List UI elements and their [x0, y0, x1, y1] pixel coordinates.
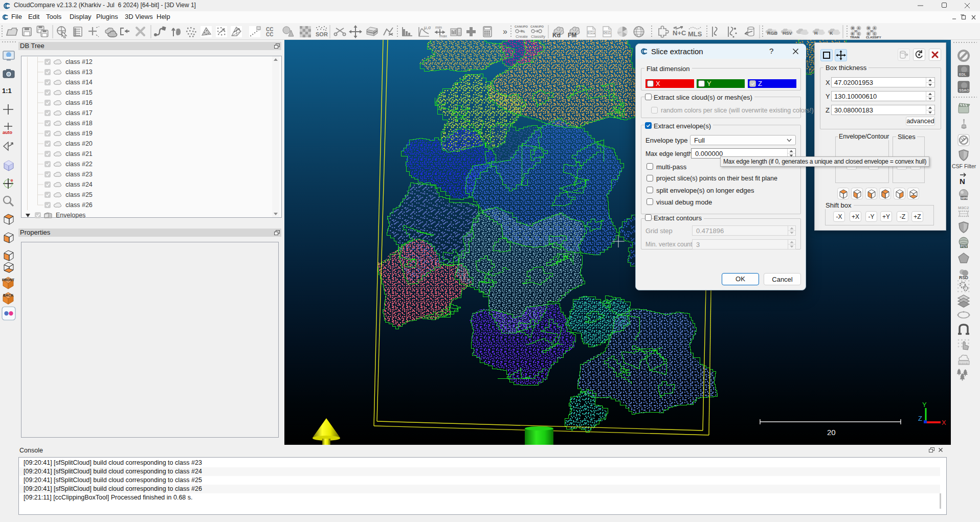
svg-text:CANUPO: CANUPO: [515, 25, 528, 28]
svg-text:B: B: [867, 32, 870, 35]
svg-text:N: N: [960, 177, 965, 186]
svg-text:BACK: BACK: [3, 293, 13, 297]
svg-text:SSAO: SSAO: [959, 88, 969, 92]
svg-text:»: »: [503, 27, 507, 36]
svg-text:3D: 3D: [870, 30, 874, 33]
svg-text:CANUPO: CANUPO: [530, 25, 544, 28]
svg-text:MLS: MLS: [688, 30, 702, 38]
svg-text:A: A: [858, 27, 860, 30]
svg-text:K: K: [830, 31, 833, 36]
svg-text:Kd: Kd: [552, 32, 561, 39]
svg-text:TRAIN: TRAIN: [850, 36, 859, 39]
svg-text:Create: Create: [516, 34, 528, 39]
svg-text:%: %: [522, 30, 525, 33]
svg-text:μ,σ: μ,σ: [424, 25, 431, 30]
svg-text:M3C2: M3C2: [958, 206, 969, 210]
svg-text:CLASSIFY: CLASSIFY: [866, 36, 881, 39]
svg-text:Z: Z: [918, 415, 922, 422]
svg-text:Y: Y: [922, 401, 927, 408]
svg-text:FM: FM: [568, 32, 576, 39]
svg-text:B: B: [852, 32, 854, 35]
svg-text:PCV: PCV: [961, 244, 968, 248]
svg-text:min: min: [435, 25, 442, 30]
svg-text:RGB: RGB: [767, 31, 778, 36]
svg-text:HPR: HPR: [961, 196, 968, 200]
svg-text:H: H: [814, 31, 818, 36]
svg-text:CC: CC: [266, 32, 273, 37]
svg-text:20: 20: [827, 428, 836, 437]
svg-text:3D: 3D: [854, 30, 858, 33]
svg-text:M: M: [852, 27, 854, 30]
svg-text:max: max: [439, 34, 447, 38]
svg-text:1:1: 1:1: [2, 87, 12, 95]
svg-text:CSV: CSV: [604, 31, 611, 34]
svg-text:A: A: [874, 27, 876, 30]
svg-text:C: C: [858, 32, 860, 35]
svg-text:RSD: RSD: [959, 275, 968, 280]
svg-text:auto: auto: [3, 130, 13, 135]
svg-text:C: C: [874, 32, 876, 35]
svg-text:Classify: Classify: [531, 34, 545, 39]
svg-text:EDL: EDL: [959, 73, 967, 76]
svg-text:HSV: HSV: [783, 31, 792, 36]
svg-text:CSF Filter: CSF Filter: [952, 163, 976, 169]
svg-text:FRONT: FRONT: [2, 278, 15, 282]
svg-text:SHP: SHP: [588, 31, 595, 34]
svg-text:X: X: [942, 419, 946, 426]
svg-text:SOR: SOR: [316, 31, 328, 37]
svg-text:M: M: [867, 27, 870, 30]
svg-text:N+C: N+C: [673, 29, 686, 37]
